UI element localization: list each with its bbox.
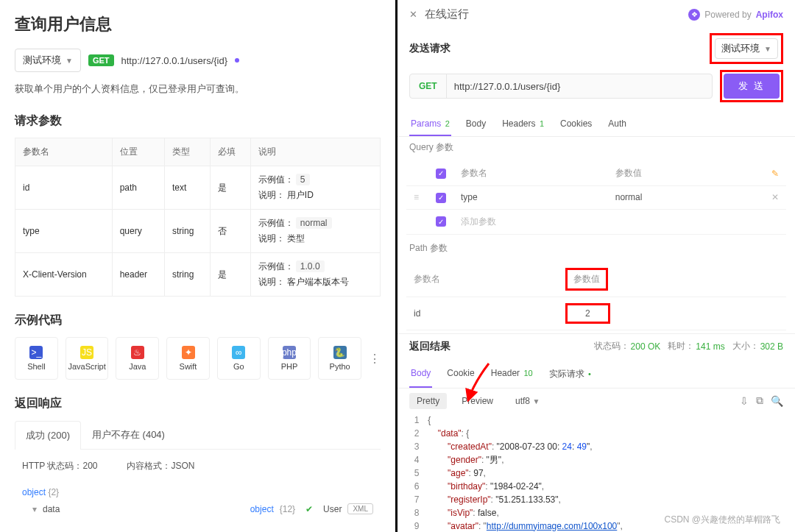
- env-select[interactable]: 测试环境 ▼: [15, 49, 81, 72]
- download-icon[interactable]: ⇩: [740, 395, 749, 407]
- code-langs: >_ShellJSJavaScript♨Java✦Swift∞GophpPHP🐍…: [15, 337, 381, 380]
- copy-icon[interactable]: ⧉: [756, 394, 763, 407]
- response-tab-success[interactable]: 成功 (200): [15, 421, 81, 450]
- run-env-select[interactable]: 测试环境 ▼: [715, 38, 778, 59]
- url-input[interactable]: [447, 81, 713, 92]
- lang-java[interactable]: ♨Java: [116, 337, 159, 380]
- result-tab-实际请求[interactable]: 实际请求 •: [548, 362, 593, 388]
- view-preview[interactable]: Preview: [454, 393, 501, 409]
- tab-params[interactable]: Params 2: [409, 113, 451, 136]
- bulk-edit-icon[interactable]: ✎: [771, 169, 779, 179]
- api-description: 获取单个用户的个人资料信息，仅已登录用户可查询。: [15, 82, 381, 96]
- close-icon[interactable]: ✕: [409, 9, 417, 20]
- lang-go[interactable]: ∞Go: [217, 337, 261, 380]
- checkbox-all[interactable]: ✓: [436, 169, 446, 179]
- xml-badge[interactable]: XML: [347, 503, 373, 514]
- tab-cookies[interactable]: Cookies: [559, 113, 593, 136]
- brand-link[interactable]: Apifox: [756, 10, 783, 20]
- view-pretty[interactable]: Pretty: [409, 393, 447, 409]
- send-heading: 发送请求: [409, 42, 710, 55]
- tab-body[interactable]: Body: [464, 113, 487, 136]
- lang-pytho[interactable]: 🐍Pytho: [318, 337, 361, 380]
- query-row: ≡ ✓ type normal ✕: [406, 186, 786, 210]
- param-row: X-Client-Versionheaderstring是 示例值： 1.0.0…: [15, 253, 381, 297]
- lang-shell[interactable]: >_Shell: [15, 337, 58, 380]
- params-table: 参数名 位置 类型 必填 说明 idpathtext是 示例值： 5 说明： 用…: [15, 138, 381, 297]
- method-badge: GET: [88, 54, 114, 66]
- result-tab-Body[interactable]: Body: [409, 362, 432, 388]
- method-select[interactable]: GET: [410, 74, 447, 98]
- chevron-down-icon: ▼: [66, 57, 73, 65]
- url-input-box: GET: [409, 74, 713, 99]
- encoding-select[interactable]: utf8 ▼: [508, 393, 547, 409]
- params-heading: 请求参数: [15, 113, 381, 129]
- delete-icon[interactable]: ✕: [771, 192, 779, 202]
- add-param-row: ✓ 添加参数: [406, 209, 786, 234]
- lang-php[interactable]: phpPHP: [268, 337, 311, 380]
- send-button[interactable]: 发 送: [724, 74, 780, 99]
- tab-auth[interactable]: Auth: [607, 113, 628, 136]
- drag-handle-icon[interactable]: ≡: [414, 192, 419, 202]
- search-icon[interactable]: 🔍: [771, 395, 783, 407]
- run-title: 在线运行: [425, 7, 681, 21]
- path-heading: Path 参数: [398, 238, 795, 259]
- param-row: idpathtext是 示例值： 5 说明： 用户ID: [15, 166, 381, 210]
- result-tab-Cookie[interactable]: Cookie: [445, 362, 476, 388]
- query-heading: Query 参数: [398, 137, 795, 158]
- doc-panel: 查询用户信息 测试环境 ▼ GET http://127.0.0.1/users…: [0, 0, 398, 532]
- result-tab-Header[interactable]: Header 10: [490, 362, 534, 388]
- chevron-down-icon[interactable]: ▾: [32, 504, 37, 514]
- param-row: typequerystring否 示例值： normal 说明： 类型: [15, 210, 381, 253]
- lang-javascript[interactable]: JSJavaScript: [66, 337, 109, 380]
- apifox-logo-icon: ❖: [688, 9, 700, 21]
- lang-swift[interactable]: ✦Swift: [166, 337, 210, 380]
- check-icon: ✔: [305, 504, 313, 514]
- api-url: http://127.0.0.1/users/{id}: [121, 55, 228, 66]
- api-title: 查询用户信息: [15, 13, 381, 35]
- response-heading: 返回响应: [15, 396, 381, 411]
- run-panel: ✕ 在线运行 ❖ Powered by Apifox 发送请求 测试环境 ▼ G…: [398, 0, 795, 532]
- chevron-down-icon: ▼: [764, 45, 771, 53]
- watermark: CSDN @兴趣使然的草帽路飞: [664, 514, 780, 526]
- result-heading: 返回结果: [409, 340, 587, 353]
- status-dot-icon: [235, 58, 239, 63]
- checkbox[interactable]: ✓: [436, 216, 446, 227]
- response-tab-notfound[interactable]: 用户不存在 (404): [81, 420, 176, 449]
- tab-headers[interactable]: Headers 1: [501, 113, 545, 136]
- code-heading: 示例代码: [15, 313, 381, 328]
- more-langs-icon[interactable]: ⋮: [369, 352, 381, 366]
- path-row: id 2: [406, 297, 786, 330]
- checkbox[interactable]: ✓: [436, 193, 446, 203]
